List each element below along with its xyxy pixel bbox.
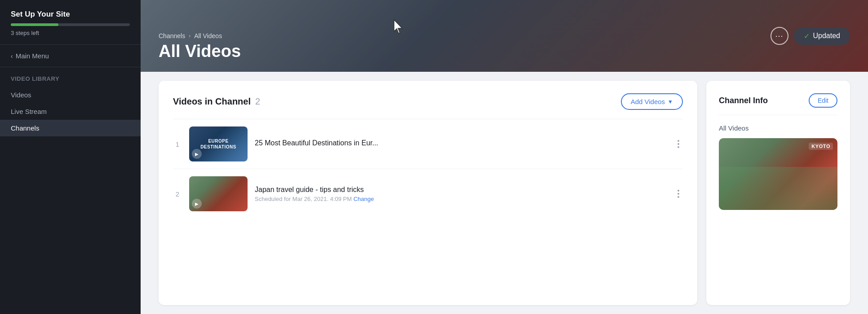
channel-info-card: Channel Info Edit All Videos KYOTO — [706, 81, 850, 305]
channel-thumbnail: KYOTO — [719, 138, 837, 210]
steps-left-label: 3 steps left — [11, 30, 130, 36]
sidebar-nav: Videos Live Stream Channels — [0, 85, 141, 138]
dot-icon — [678, 146, 679, 148]
breadcrumb-current: All Videos — [194, 32, 222, 39]
breadcrumb-parent[interactable]: Channels — [159, 32, 185, 39]
updated-button[interactable]: ✓ Updated — [794, 27, 850, 45]
video-list: 1 EUROPEDESTINATIONS ▶ 25 Most Beautiful… — [173, 119, 683, 218]
edit-button[interactable]: Edit — [809, 93, 837, 108]
sidebar: Set Up Your Site 3 steps left ‹ Main Men… — [0, 0, 141, 314]
video-count-badge: 2 — [255, 96, 260, 107]
table-row: 2 ▶ Japan travel guide - tips and tricks… — [173, 169, 683, 218]
progress-bar-background — [11, 23, 130, 26]
video-info: Japan travel guide - tips and tricks Sch… — [255, 186, 667, 202]
updated-label: Updated — [813, 32, 841, 40]
sidebar-item-channels[interactable]: Channels — [0, 120, 141, 136]
breadcrumb: Channels › All Videos — [159, 32, 850, 39]
table-row: 1 EUROPEDESTINATIONS ▶ 25 Most Beautiful… — [173, 119, 683, 169]
channel-info-header: Channel Info Edit — [719, 93, 837, 115]
video-schedule: Scheduled for Mar 26, 2021. 4:09 PM Chan… — [255, 196, 667, 202]
sidebar-item-live-stream[interactable]: Live Stream — [0, 103, 141, 120]
schedule-text: Scheduled for Mar 26, 2021. — [255, 196, 328, 202]
setup-title: Set Up Your Site — [11, 10, 130, 19]
thumbnail-label: EUROPEDESTINATIONS — [200, 138, 236, 150]
videos-in-channel-card: Videos in Channel 2 Add Videos ▼ 1 EUROP… — [159, 81, 697, 305]
checkmark-icon: ✓ — [804, 32, 810, 40]
video-thumbnail: EUROPEDESTINATIONS ▶ — [189, 126, 248, 161]
video-thumbnail: ▶ — [189, 176, 248, 211]
video-title: Japan travel guide - tips and tricks — [255, 186, 667, 194]
videos-in-channel-title: Videos in Channel — [173, 96, 251, 107]
play-icon: ▶ — [192, 199, 202, 209]
hero-actions: ··· ✓ Updated — [771, 27, 850, 45]
dot-icon — [678, 140, 679, 142]
chevron-left-icon: ‹ — [11, 52, 13, 60]
card-header: Videos in Channel 2 Add Videos ▼ — [173, 93, 683, 110]
video-more-button[interactable] — [674, 138, 683, 150]
main-area: Channels › All Videos All Videos ··· ✓ U… — [141, 0, 868, 314]
main-menu-section[interactable]: ‹ Main Menu — [0, 45, 141, 67]
dot-icon — [678, 193, 679, 195]
video-info: 25 Most Beautiful Destinations in Eur... — [255, 139, 667, 149]
content-area: Videos in Channel 2 Add Videos ▼ 1 EUROP… — [141, 72, 868, 314]
add-videos-label: Add Videos — [631, 98, 665, 105]
card-title-group: Videos in Channel 2 — [173, 96, 260, 107]
sidebar-setup-section: Set Up Your Site 3 steps left — [0, 0, 141, 45]
hero-header: Channels › All Videos All Videos ··· ✓ U… — [141, 0, 868, 72]
breadcrumb-separator: › — [189, 33, 190, 39]
video-number: 1 — [173, 140, 182, 148]
video-more-button[interactable] — [674, 188, 683, 200]
dot-icon — [678, 143, 679, 145]
page-title: All Videos — [159, 42, 850, 61]
change-schedule-link[interactable]: Change — [354, 196, 374, 202]
main-menu-link[interactable]: ‹ Main Menu — [11, 52, 130, 60]
channel-info-title: Channel Info — [719, 96, 768, 105]
dot-icon — [678, 190, 679, 192]
add-videos-button[interactable]: Add Videos ▼ — [621, 93, 683, 110]
more-options-button[interactable]: ··· — [771, 27, 788, 45]
video-title: 25 Most Beautiful Destinations in Eur... — [255, 139, 667, 147]
thumbnail-trees-decoration — [719, 167, 837, 210]
main-menu-label: Main Menu — [16, 52, 49, 60]
video-number: 2 — [173, 190, 182, 198]
sidebar-item-videos[interactable]: Videos — [0, 87, 141, 103]
dot-icon — [678, 196, 679, 198]
thumbnail-overlay-label: KYOTO — [809, 143, 833, 150]
schedule-time: 4:09 PM — [330, 196, 352, 202]
video-library-section-label: Video Library — [0, 67, 141, 85]
channel-name-label: All Videos — [719, 124, 837, 132]
play-icon: ▶ — [192, 149, 202, 159]
chevron-down-icon: ▼ — [668, 99, 673, 105]
progress-bar-fill — [11, 23, 58, 26]
